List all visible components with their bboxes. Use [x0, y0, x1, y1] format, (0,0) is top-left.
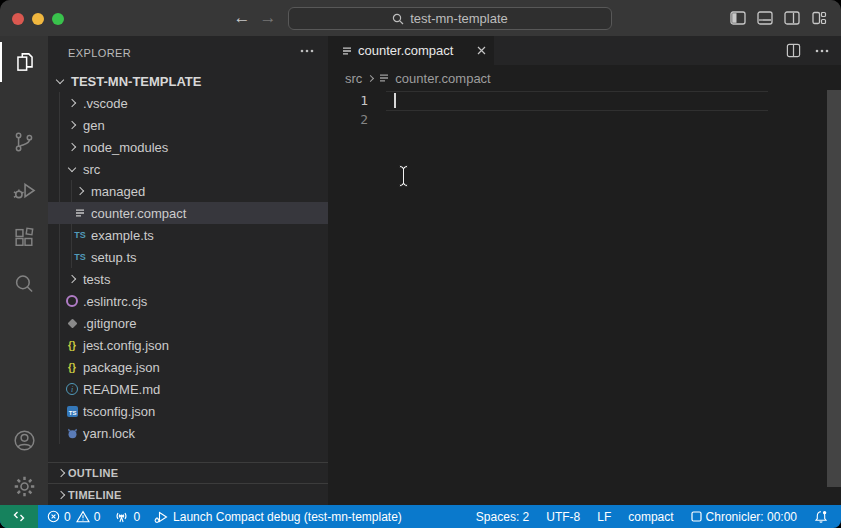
toggle-primary-sidebar-icon[interactable] [730, 11, 746, 25]
tab-label: counter.compact [358, 43, 453, 58]
navigate-back-button[interactable]: ← [230, 6, 254, 30]
command-center-label: test-mn-template [410, 11, 508, 26]
settings-button[interactable] [0, 466, 48, 506]
tree-item-label: tests [83, 272, 110, 287]
tree-item-readme[interactable]: iREADME.md [48, 378, 328, 400]
file-tree: TEST-MN-TEMPLATE .vscode gen node_module… [48, 70, 328, 444]
forwarded-ports[interactable]: 0 [114, 510, 140, 524]
tree-item-gen[interactable]: gen [48, 114, 328, 136]
current-line-highlight [386, 91, 768, 111]
eol-indicator[interactable]: LF [597, 510, 611, 524]
tree-item-src[interactable]: src [48, 158, 328, 180]
breadcrumb-folder[interactable]: src [345, 71, 362, 86]
tree-item-package-json[interactable]: {}package.json [48, 356, 328, 378]
tree-item-label: tsconfig.json [83, 404, 155, 419]
source-control-tab[interactable] [0, 122, 48, 162]
tab-bar: counter.compact [328, 36, 841, 65]
mouse-ibeam-cursor [397, 164, 410, 188]
search-icon [11, 271, 37, 297]
remote-indicator[interactable] [0, 505, 38, 528]
tree-item-counter-compact[interactable]: counter.compact [48, 202, 328, 224]
account-icon [11, 427, 38, 454]
error-count: 0 [64, 510, 71, 524]
zoom-window-button[interactable] [52, 13, 64, 25]
chronicler-status[interactable]: Chronicler: 00:00 [691, 510, 797, 524]
tree-item-label: src [83, 162, 100, 177]
split-editor-icon[interactable] [786, 43, 801, 58]
gear-icon [11, 473, 38, 500]
line-number: 2 [328, 110, 368, 129]
problems-warnings[interactable]: 0 [76, 510, 101, 524]
tree-item-setup-ts[interactable]: TSsetup.ts [48, 246, 328, 268]
navigate-forward-button[interactable]: → [256, 6, 280, 30]
chevron-right-icon [64, 117, 80, 133]
tree-item-example-ts[interactable]: TSexample.ts [48, 224, 328, 246]
encoding-indicator[interactable]: UTF-8 [546, 510, 580, 524]
git-icon [64, 315, 80, 331]
tree-item-tests[interactable]: tests [48, 268, 328, 290]
timeline-section-header[interactable]: TIMELINE [48, 483, 328, 505]
code-area[interactable]: 1 2 [328, 91, 841, 505]
tsconfig-icon: TS [64, 403, 80, 419]
remote-icon [12, 510, 26, 523]
language-mode-indicator[interactable]: compact [628, 510, 673, 524]
close-tab-icon[interactable] [477, 46, 486, 55]
views-and-more-actions-icon[interactable] [300, 48, 314, 54]
minimize-window-button[interactable] [32, 13, 44, 25]
command-center-search[interactable]: test-mn-template [288, 7, 612, 30]
tree-item-node-modules[interactable]: node_modules [48, 136, 328, 158]
tree-item-tsconfig[interactable]: TStsconfig.json [48, 400, 328, 422]
toggle-secondary-sidebar-icon[interactable] [784, 11, 800, 25]
record-square-icon [691, 511, 702, 522]
ports-count: 0 [133, 510, 140, 524]
more-actions-icon[interactable] [815, 48, 829, 54]
chevron-right-icon [367, 74, 374, 81]
tree-item-managed[interactable]: managed [48, 180, 328, 202]
files-icon [12, 49, 38, 75]
outline-section-header[interactable]: OUTLINE [48, 462, 328, 483]
close-window-button[interactable] [12, 13, 24, 25]
debug-icon [11, 177, 38, 204]
tree-item-yarn-lock[interactable]: yarn.lock [48, 422, 328, 444]
customize-layout-icon[interactable] [811, 11, 827, 25]
explorer-tab[interactable] [0, 42, 50, 82]
tree-item-label: .eslintrc.cjs [83, 294, 147, 309]
accounts-button[interactable] [0, 420, 48, 460]
radio-tower-icon [114, 510, 129, 524]
warning-count: 0 [94, 510, 101, 524]
tree-item-label: package.json [83, 360, 160, 375]
extensions-tab[interactable] [0, 218, 48, 258]
breadcrumb-file[interactable]: counter.compact [395, 71, 490, 86]
chevron-right-icon [64, 271, 80, 287]
tree-item-eslintrc[interactable]: .eslintrc.cjs [48, 290, 328, 312]
chevron-right-icon [72, 183, 88, 199]
code-line: 1 [328, 91, 841, 110]
explorer-sidebar: EXPLORER TEST-MN-TEMPLATE .vscode gen no… [48, 36, 328, 505]
debug-launch-button[interactable]: Launch Compact debug (test-mn-template) [154, 510, 402, 524]
problems-errors[interactable]: 0 [47, 510, 71, 524]
tab-counter-compact[interactable]: counter.compact [328, 36, 494, 65]
line-number: 1 [328, 91, 368, 110]
default-file-icon [342, 46, 352, 56]
explorer-header: EXPLORER [48, 36, 328, 70]
run-and-debug-tab[interactable] [0, 170, 48, 210]
outline-title: OUTLINE [68, 467, 118, 479]
notifications-bell[interactable] [814, 510, 828, 524]
tree-item-label: README.md [83, 382, 160, 397]
bell-dot-icon [814, 510, 828, 524]
editor-scrollbar[interactable] [827, 90, 841, 487]
toggle-panel-icon[interactable] [757, 11, 773, 25]
tree-item-root[interactable]: TEST-MN-TEMPLATE [48, 70, 328, 92]
indentation-indicator[interactable]: Spaces: 2 [476, 510, 529, 524]
tree-item-vscode[interactable]: .vscode [48, 92, 328, 114]
json-icon: {} [64, 359, 80, 375]
tree-item-label: yarn.lock [83, 426, 135, 441]
tree-item-jest-config[interactable]: {}jest.config.json [48, 334, 328, 356]
search-tab[interactable] [0, 264, 48, 304]
tree-item-gitignore[interactable]: .gitignore [48, 312, 328, 334]
typescript-icon: TS [72, 249, 88, 265]
breadcrumb: src counter.compact [328, 65, 841, 91]
tree-item-label: jest.config.json [83, 338, 169, 353]
eslint-icon [64, 293, 80, 309]
tree-item-label: gen [83, 118, 105, 133]
